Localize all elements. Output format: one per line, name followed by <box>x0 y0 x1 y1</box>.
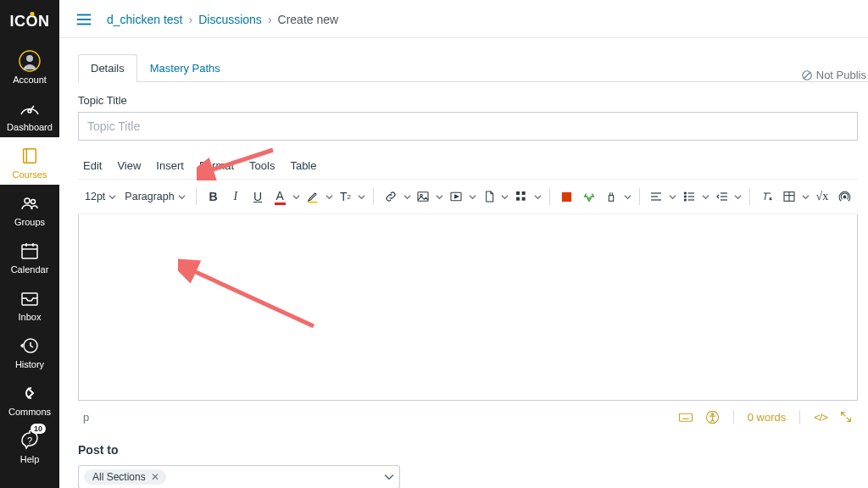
editor-textarea[interactable] <box>78 214 858 401</box>
font-size-select[interactable]: 12pt <box>81 187 120 206</box>
toolbar-separator <box>639 188 640 205</box>
nav-account[interactable]: Account <box>0 42 59 90</box>
svg-line-19 <box>804 72 810 78</box>
equation-button[interactable]: √x <box>812 185 832 208</box>
svg-rect-27 <box>522 197 526 201</box>
bullet-list-button[interactable] <box>679 185 699 208</box>
embed-button[interactable] <box>834 185 854 208</box>
menu-tools[interactable]: Tools <box>249 159 275 172</box>
nav-dashboard[interactable]: Dashboard <box>0 90 59 137</box>
align-button[interactable] <box>646 185 666 208</box>
toolbar-separator <box>196 188 197 205</box>
block-format-select[interactable]: Paragraph <box>121 187 188 206</box>
link-button[interactable] <box>381 185 401 208</box>
bold-button[interactable]: B <box>203 185 224 208</box>
html-view-button[interactable]: </> <box>814 411 827 424</box>
nav-commons[interactable]: Commons <box>0 374 59 422</box>
nav-groups[interactable]: Groups <box>0 185 59 232</box>
remove-chip-icon[interactable]: ✕ <box>151 471 159 483</box>
svg-point-55 <box>711 413 713 414</box>
breadcrumb-course[interactable]: d_chicken test <box>107 13 183 26</box>
menu-edit[interactable]: Edit <box>83 159 102 172</box>
script-dropdown[interactable] <box>358 185 366 208</box>
align-dropdown[interactable] <box>669 185 677 208</box>
text-color-dropdown[interactable] <box>292 185 300 208</box>
word-count[interactable]: 0 words <box>748 411 787 424</box>
tabs-row: Details Mastery Paths Not Publis <box>78 53 868 82</box>
svg-rect-29 <box>609 196 613 202</box>
section-chip: All Sections ✕ <box>84 469 166 485</box>
book-icon <box>18 144 42 168</box>
nav-courses[interactable]: Courses <box>0 137 59 185</box>
topic-title-input[interactable] <box>78 112 858 141</box>
menu-table[interactable]: Table <box>290 159 316 172</box>
underline-button[interactable]: U <box>248 185 268 208</box>
app-logo: ICON <box>0 0 59 42</box>
menu-format[interactable]: Format <box>199 159 234 172</box>
recycle-icon[interactable] <box>579 185 599 208</box>
statusbar-separator <box>733 410 734 424</box>
hamburger-icon[interactable] <box>75 10 93 29</box>
fullscreen-icon[interactable] <box>839 410 853 424</box>
media-dropdown[interactable] <box>468 185 476 208</box>
svg-rect-21 <box>418 192 428 202</box>
link-dropdown[interactable] <box>403 185 411 208</box>
highlight-dropdown[interactable] <box>325 185 333 208</box>
people-icon <box>18 191 42 215</box>
unpublished-icon <box>801 69 813 81</box>
document-dropdown[interactable] <box>501 185 509 208</box>
highlight-button[interactable] <box>303 185 323 208</box>
element-path[interactable]: p <box>83 411 678 424</box>
nav-help-label: Help <box>20 454 40 464</box>
menu-view[interactable]: View <box>117 159 141 172</box>
svg-point-1 <box>26 55 33 62</box>
italic-button[interactable]: I <box>225 185 246 208</box>
rich-text-editor: Edit View Insert Format Tools Table 12pt… <box>78 159 858 401</box>
main-panel: d_chicken test › Discussions › Create ne… <box>59 0 868 488</box>
image-button[interactable] <box>413 185 433 208</box>
tab-mastery-paths[interactable]: Mastery Paths <box>137 54 233 82</box>
post-to-label: Post to <box>78 443 858 457</box>
outdent-button[interactable] <box>712 185 732 208</box>
table-dropdown[interactable] <box>801 185 810 208</box>
svg-rect-26 <box>516 197 520 201</box>
menu-insert[interactable]: Insert <box>156 159 184 172</box>
chevron-down-icon <box>178 193 186 201</box>
keyboard-icon[interactable] <box>678 409 693 424</box>
statusbar-separator <box>799 410 800 424</box>
nav-commons-label: Commons <box>8 407 51 417</box>
topic-title-label: Topic Title <box>78 94 868 107</box>
bullet-list-dropdown[interactable] <box>701 185 709 208</box>
history-icon <box>18 334 42 358</box>
chevron-right-icon: › <box>268 13 272 26</box>
nav-dashboard-label: Dashboard <box>7 122 53 132</box>
text-color-button[interactable]: A <box>270 185 290 208</box>
svg-point-36 <box>684 196 686 197</box>
svg-point-47 <box>843 196 846 198</box>
nav-inbox[interactable]: Inbox <box>0 280 59 327</box>
image-dropdown[interactable] <box>436 185 444 208</box>
nav-calendar[interactable]: Calendar <box>0 232 59 280</box>
breadcrumb-section[interactable]: Discussions <box>198 13 262 26</box>
plugin-dropdown[interactable] <box>623 185 632 208</box>
apps-button[interactable] <box>511 185 531 208</box>
post-to-select[interactable]: All Sections ✕ <box>78 465 400 488</box>
apps-dropdown[interactable] <box>533 185 542 208</box>
nav-help[interactable]: 10 ? Help <box>0 422 59 469</box>
media-button[interactable] <box>446 185 466 208</box>
nav-history[interactable]: History <box>0 327 59 374</box>
content-area: Details Mastery Paths Not Publis Topic T… <box>59 38 868 488</box>
accessibility-icon[interactable] <box>705 410 720 424</box>
chevron-down-icon <box>108 193 116 201</box>
indent-dropdown[interactable] <box>734 185 743 208</box>
table-button[interactable] <box>779 185 799 208</box>
plugin-button[interactable] <box>601 185 621 208</box>
tab-details[interactable]: Details <box>78 54 137 82</box>
chevron-down-icon <box>384 472 394 482</box>
editor-menubar: Edit View Insert Format Tools Table <box>78 159 858 179</box>
office-icon[interactable] <box>557 185 577 208</box>
document-button[interactable] <box>479 185 499 208</box>
superscript-button[interactable]: T2 <box>335 185 355 208</box>
gauge-icon <box>18 97 42 120</box>
clear-format-button[interactable] <box>757 185 777 208</box>
